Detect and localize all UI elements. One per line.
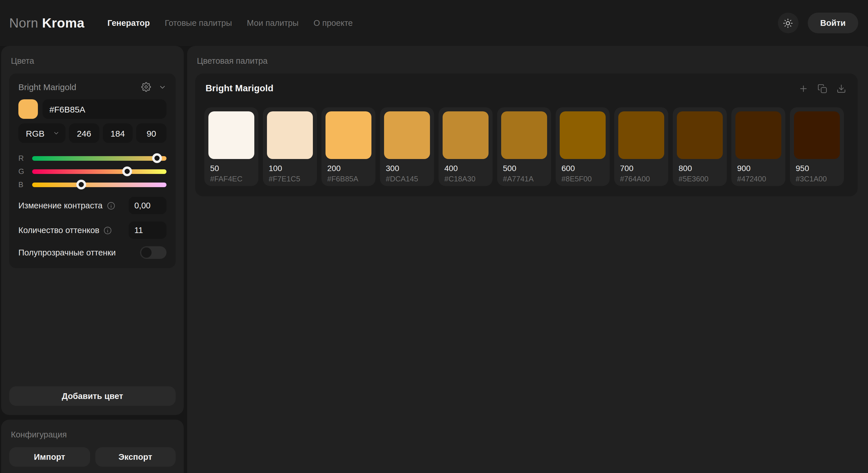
shade-number: 300 [386, 164, 430, 173]
shade-color-block[interactable] [618, 112, 664, 159]
shade-color-block[interactable] [735, 112, 781, 159]
nav-item[interactable]: Готовые палитры [165, 19, 232, 28]
color-card-header: Bright Marigold [19, 82, 166, 92]
shade-grid: 50#FAF4EC100#F7E1C5200#F6B85A300#DCA1454… [205, 107, 846, 186]
palette-card-header: Bright Marigold [205, 83, 846, 94]
download-palette-button[interactable] [836, 84, 846, 93]
hex-input[interactable] [42, 99, 166, 119]
shade-color-block[interactable] [443, 112, 489, 159]
slider-thumb[interactable] [122, 166, 132, 176]
shade-color-block[interactable] [326, 112, 371, 159]
shade-tile: 300#DCA145 [380, 107, 434, 186]
shade-tile: 50#FAF4EC [205, 107, 258, 186]
shade-number: 700 [620, 164, 664, 173]
theme-toggle-button[interactable] [778, 12, 798, 33]
shade-number: 500 [503, 164, 547, 173]
slider-row-g: G [19, 166, 166, 176]
shade-color-block[interactable] [267, 112, 313, 159]
add-color-button[interactable]: Добавить цвет [9, 386, 176, 406]
shades-count-input[interactable] [129, 222, 166, 239]
translucent-toggle[interactable] [140, 246, 166, 259]
shade-number: 600 [561, 164, 606, 173]
shade-hex: #764A00 [620, 175, 664, 183]
info-icon[interactable] [103, 226, 112, 234]
shade-hex: #3C1A00 [796, 175, 840, 183]
shade-color-block[interactable] [208, 112, 254, 159]
copy-palette-button[interactable] [817, 84, 827, 93]
import-button[interactable]: Импорт [9, 447, 90, 467]
shade-tile: 900#472400 [732, 107, 785, 186]
shade-hex: #F7E1C5 [269, 175, 313, 183]
palette-section-title: Цветовая палитра [197, 56, 863, 65]
slider-track[interactable] [32, 153, 166, 163]
channel-label: B [19, 180, 32, 189]
shade-tile: 100#F7E1C5 [263, 107, 317, 186]
shade-hex: #A7741A [503, 175, 547, 183]
shade-hex: #472400 [737, 175, 781, 183]
shade-number: 950 [796, 164, 840, 173]
channel-label: R [19, 154, 32, 162]
app: Norn Kroma ГенераторГотовые палитрыМои п… [0, 0, 868, 473]
shade-color-block[interactable] [677, 112, 723, 159]
add-color-label: Добавить цвет [62, 391, 123, 401]
shade-color-block[interactable] [501, 112, 547, 159]
shade-hex: #FAF4EC [210, 175, 254, 183]
shade-color-block[interactable] [384, 112, 430, 159]
palette-name: Bright Marigold [206, 83, 273, 94]
nav-item[interactable]: Мои палитры [247, 19, 299, 28]
color-collapse-button[interactable] [158, 83, 166, 91]
current-color-swatch[interactable] [19, 99, 38, 119]
translucent-label: Полупрозрачные оттенки [19, 248, 116, 257]
shade-color-block[interactable] [560, 112, 606, 159]
header-right: Войти [778, 12, 858, 33]
colors-panel: Цвета Bright Marigold [1, 46, 184, 415]
hex-row [19, 99, 166, 119]
export-button[interactable]: Экспорт [95, 447, 176, 467]
config-buttons: Импорт Экспорт [9, 447, 176, 467]
slider-thumb[interactable] [152, 153, 162, 163]
contrast-label: Изменение контраста [19, 201, 102, 210]
rgb-value-input[interactable] [69, 123, 99, 143]
shade-number: 100 [269, 164, 313, 173]
colors-section-title: Цвета [11, 56, 176, 65]
slider-track[interactable] [32, 166, 166, 176]
rgb-value-input[interactable] [136, 123, 166, 143]
slider-row-r: R [19, 153, 166, 163]
shade-hex: #DCA145 [386, 175, 430, 183]
shade-hex: #F6B85A [327, 175, 371, 183]
shade-number: 900 [737, 164, 781, 173]
logo-part-norn: Norn [9, 15, 38, 30]
translucent-row: Полупрозрачные оттенки [19, 246, 166, 259]
shade-color-block[interactable] [794, 112, 840, 159]
color-settings-button[interactable] [141, 82, 151, 92]
color-mode-select[interactable]: RGB [19, 123, 65, 143]
slider-track[interactable] [32, 180, 166, 189]
color-name: Bright Marigold [19, 82, 76, 92]
toggle-knob [141, 247, 152, 258]
channel-label: G [19, 167, 32, 176]
logo[interactable]: Norn Kroma [9, 15, 84, 31]
contrast-input[interactable] [129, 197, 166, 214]
shade-tile: 400#C18A30 [439, 107, 493, 186]
palette-card: Bright Marigold [195, 73, 858, 196]
rgb-row: RGB [19, 123, 166, 143]
chevron-down-icon [158, 83, 166, 91]
header: Norn Kroma ГенераторГотовые палитрыМои п… [0, 0, 868, 46]
gear-icon [141, 82, 151, 92]
add-palette-button[interactable] [799, 84, 808, 93]
shade-tile: 950#3C1A00 [790, 107, 844, 186]
info-icon[interactable] [106, 201, 115, 210]
shade-tile: 600#8E5F00 [556, 107, 610, 186]
login-button[interactable]: Войти [807, 12, 858, 33]
chevron-down-icon [53, 130, 60, 137]
contrast-row: Изменение контраста [19, 197, 166, 214]
shade-number: 50 [210, 164, 254, 173]
nav-item[interactable]: О проекте [313, 19, 353, 28]
color-card: Bright Marigold [9, 73, 176, 268]
nav-item[interactable]: Генератор [107, 19, 150, 28]
rgb-value-input[interactable] [102, 123, 133, 143]
slider-thumb[interactable] [76, 180, 86, 189]
shade-number: 400 [444, 164, 489, 173]
import-label: Импорт [34, 452, 65, 462]
shades-count-label: Количество оттенков [19, 226, 99, 235]
